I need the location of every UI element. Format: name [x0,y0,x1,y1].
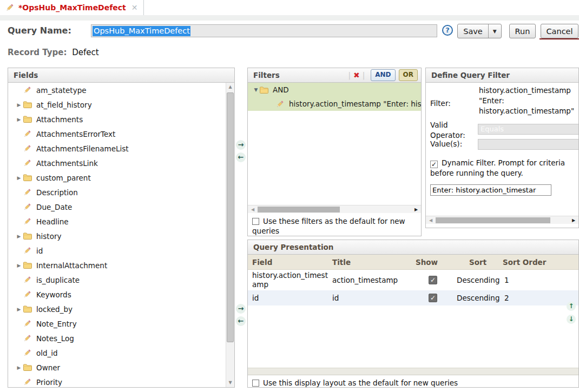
filters-hscrollbar-thumb[interactable] [258,207,340,212]
scroll-right-icon[interactable]: ▶ [412,205,420,214]
filters-panel-title: Filters [253,68,345,82]
expand-icon[interactable]: ▶ [15,365,23,370]
close-icon[interactable]: ✕ [131,3,138,12]
field-item-AttachmentsErrorText[interactable]: AttachmentsErrorText [8,127,226,141]
show-checkbox[interactable]: ✓ [429,276,437,284]
field-item-label: is_duplicate [36,276,80,284]
move-row-up-icon[interactable]: ↑ [567,302,576,311]
cell-field: id [248,290,328,305]
tab-query[interactable]: *OpsHub_MaxTimeDefect ✕ [0,0,144,15]
help-icon[interactable]: ? [442,25,453,36]
field-item-locked_by[interactable]: ▶locked_by [8,302,226,316]
presentation-footer: Use this display layout as the default f… [248,375,578,387]
field-item-Note_Entry[interactable]: Note_Entry [8,316,226,331]
query-editor-window: *OpsHub_MaxTimeDefect ✕ Query Name: OpsH… [0,0,579,392]
query-presentation-title: Query Presentation [248,240,578,255]
field-item-label: Notes_Log [36,334,74,343]
field-item-Keywords[interactable]: Keywords [8,287,226,302]
field-item-Description[interactable]: Description [8,185,226,200]
folder-icon [23,232,33,240]
cell-sort[interactable]: Descending [450,270,502,290]
show-checkbox[interactable]: ✓ [429,294,437,302]
query-presentation-panel: Query Presentation Field Title Show Sort… [247,240,579,388]
field-item-label: Description [36,188,78,197]
pencil-icon [23,334,33,342]
add-filter-arrow-icon[interactable]: → [236,140,246,150]
field-item-Owner[interactable]: ▶Owner [8,360,226,375]
scroll-left-icon[interactable]: ◀ [427,216,435,224]
filters-panel: Filters | ✖ | AND OR ▼ AND history.actio… [247,68,422,236]
field-item-is_duplicate[interactable]: is_duplicate [8,273,226,287]
field-item-am_statetype[interactable]: am_statetype [8,83,226,97]
expand-icon[interactable]: ▶ [15,234,23,239]
field-item-AttachmentsFilenameList[interactable]: AttachmentsFilenameList [8,141,226,156]
filter-node-label: AND [273,85,289,94]
field-item-old_id[interactable]: old_id [8,346,226,360]
field-item-Attachments[interactable]: ▶Attachments [8,112,226,127]
cancel-button[interactable]: Cancel [541,24,578,38]
cell-sort[interactable]: Descending [450,290,502,305]
filters-default-checkbox[interactable] [252,218,259,225]
remove-display-field-arrow-icon[interactable]: ← [236,316,246,326]
remove-filter-arrow-icon[interactable]: ← [236,152,246,162]
field-item-label: history [36,232,61,241]
field-item-label: Owner [36,363,60,372]
field-item-label: AttachmentsLink [36,159,98,168]
query-name-input[interactable]: OpsHub_MaxTimeDefect [91,24,437,37]
filter-node-condition[interactable]: history.action_timestamp "Enter: hist [248,97,421,111]
field-item-Notes_Log[interactable]: Notes_Log [8,331,226,346]
field-item-InternalAttachment[interactable]: ▶InternalAttachment [8,258,226,273]
save-button[interactable]: Save ▼ [457,24,502,38]
filters-panel-header: Filters | ✖ | AND OR [248,68,421,83]
column-header-show: Show [416,255,450,269]
query-name-value: OpsHub_MaxTimeDefect [93,26,190,36]
field-item-Due_Date[interactable]: Due_Date [8,200,226,214]
field-item-history[interactable]: ▶history [8,229,226,243]
expand-icon[interactable]: ▶ [15,263,23,268]
filters-hscrollbar[interactable]: ◀ ▶ [248,205,421,213]
and-button[interactable]: AND [371,69,395,81]
layout-default-checkbox[interactable] [252,380,259,387]
scroll-right-icon[interactable]: ▶ [570,216,577,224]
scroll-left-icon[interactable]: ◀ [249,205,256,214]
fields-tree: am_statetype▶at_field_history▶Attachment… [8,83,226,387]
presentation-footer-band [248,368,578,375]
expand-icon[interactable]: ▶ [15,102,23,108]
dynamic-filter-checkbox[interactable]: ✓ [430,161,438,168]
run-button[interactable]: Run [509,24,536,38]
dynamic-filter-prompt-input[interactable] [430,184,551,196]
field-item-at_field_history[interactable]: ▶at_field_history [8,97,226,112]
filters-footer: Use these filters as the default for new… [248,213,421,236]
or-button[interactable]: OR [399,69,418,81]
save-button-label[interactable]: Save [458,27,488,36]
move-row-down-icon[interactable]: ↓ [567,315,576,324]
presentation-row-history.action_timestamp[interactable]: history.action_timestampaction_timestamp… [248,270,578,290]
collapse-icon[interactable]: ▼ [252,87,260,92]
filter-node-and[interactable]: ▼ AND [248,83,421,97]
add-display-field-arrow-icon[interactable]: → [236,304,246,314]
field-item-Priority[interactable]: Priority [8,375,226,387]
scroll-up-icon[interactable]: ▲ [226,83,234,91]
field-item-label: locked_by [36,305,73,314]
save-dropdown-icon[interactable]: ▼ [488,24,501,38]
scroll-down-icon[interactable]: ▼ [226,378,234,387]
fields-scrollbar[interactable]: ▲ ▼ [226,83,234,387]
record-type-label: Record Type: [8,48,67,57]
expand-icon[interactable]: ▶ [15,175,23,181]
expand-icon[interactable]: ▶ [15,307,23,312]
field-item-AttachmentsLink[interactable]: AttachmentsLink [8,156,226,170]
record-type-value: Defect [72,48,98,57]
presentation-row-id[interactable]: idid✓Descending2 [248,290,578,305]
fields-scrollbar-thumb[interactable] [227,92,234,342]
define-hscrollbar[interactable]: ◀ ▶ [426,216,578,224]
field-item-id[interactable]: id [8,243,226,258]
delete-filter-icon[interactable]: ✖ [353,71,360,79]
column-header-sort: Sort [450,255,502,269]
filters-tree: ▼ AND history.action_timestamp "Enter: h… [248,83,421,205]
expand-icon[interactable]: ▶ [15,117,23,122]
field-item-label: id [36,247,43,255]
define-hscrollbar-thumb[interactable] [436,217,550,223]
field-item-custom_parent[interactable]: ▶custom_parent [8,170,226,185]
folder-icon [260,87,269,94]
field-item-Headline[interactable]: Headline [8,214,226,229]
